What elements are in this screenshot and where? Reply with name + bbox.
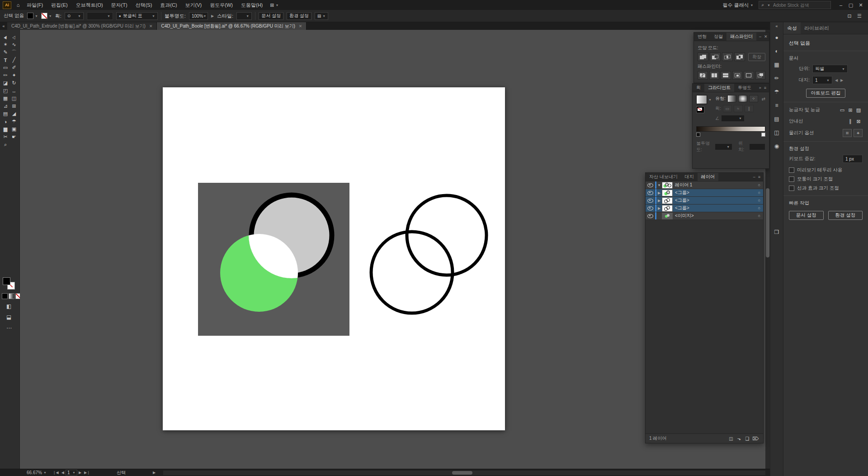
eye-icon[interactable] <box>647 191 653 195</box>
tab-stroke[interactable]: 획 <box>693 84 704 92</box>
units-dropdown[interactable]: 픽셀 ▼ <box>812 65 848 73</box>
layer-row[interactable]: ▼ 레이어 1 ○ <box>646 181 763 189</box>
visibility-cell[interactable] <box>646 212 655 219</box>
minus-back-icon[interactable] <box>755 71 766 80</box>
hand-tool[interactable]: ☛ <box>10 133 19 140</box>
menu-effect[interactable]: 효과(C) <box>156 2 180 9</box>
show-guides-icon[interactable]: ∥ <box>846 118 854 125</box>
transparency-panel-icon[interactable]: ◫ <box>772 128 781 137</box>
stock-search[interactable]: ⌕▼ <box>759 1 831 9</box>
layer-name[interactable]: <그룹> <box>675 190 689 196</box>
panel-menu-icon[interactable]: ≡ <box>764 86 766 90</box>
arrange-documents-icon[interactable]: ⊞▼ <box>270 2 278 8</box>
visibility-cell[interactable] <box>646 181 655 189</box>
document-setup-button[interactable]: 문서 설정 <box>259 12 283 20</box>
tab-align[interactable]: 정렬 <box>710 33 726 41</box>
fill-proxy-swatch[interactable] <box>3 277 10 285</box>
merge-icon[interactable] <box>721 71 731 80</box>
stroke-swatch[interactable] <box>41 13 47 19</box>
new-sublayer-icon[interactable]: ⬎ <box>735 436 743 441</box>
quick-preferences-button[interactable]: 환경 설정 <box>828 211 863 220</box>
color-guide-panel-icon[interactable]: ◐ <box>772 47 781 56</box>
eye-icon[interactable] <box>647 214 653 218</box>
menu-object[interactable]: 오브젝트(O) <box>72 2 107 9</box>
close-tab-icon[interactable]: ✕ <box>299 24 302 29</box>
lasso-tool[interactable]: ∿ <box>10 41 19 48</box>
scale-strokes-effects-checkbox[interactable]: 선과 효과 크기 조절 <box>789 185 863 191</box>
brushes-panel-icon[interactable]: ✏ <box>772 74 781 83</box>
first-artboard-icon[interactable]: ❘◀ <box>53 471 59 475</box>
close-tab-icon[interactable]: ✕ <box>149 24 153 29</box>
collapse-to-icons-icon[interactable]: » <box>759 86 761 90</box>
visibility-cell[interactable] <box>646 197 655 204</box>
color-panel-icon[interactable]: ● <box>772 33 781 42</box>
line-segment-tool[interactable]: ╱ <box>10 57 19 63</box>
artboard-tool[interactable]: ▣ <box>10 126 19 133</box>
slice-tool[interactable]: ✂ <box>1 133 10 140</box>
divide-icon[interactable] <box>698 71 708 80</box>
stroke-color-dropdown[interactable]: ▼ <box>41 13 52 19</box>
tab-transform[interactable]: 변형 <box>694 33 710 41</box>
delete-layer-icon[interactable]: ⌦ <box>751 436 760 441</box>
symbols-panel-icon[interactable]: ☂ <box>772 87 781 96</box>
minus-front-icon[interactable] <box>710 52 721 61</box>
layer-name[interactable]: <그룹> <box>675 205 689 211</box>
menu-file[interactable]: 파일(F) <box>23 2 47 9</box>
checkbox-icon[interactable] <box>789 176 794 182</box>
expand-dock-icon[interactable]: « <box>775 24 778 29</box>
ruler-icon[interactable]: ▭ <box>838 106 846 114</box>
document-tab[interactable]: C4D_UI_Path_Extrude [변환됨].ai* @ 300% (RG… <box>7 22 157 30</box>
rectangle-tool[interactable]: ▭ <box>1 64 10 71</box>
gradient-button[interactable] <box>9 293 14 299</box>
status-expand-icon[interactable]: ▶ <box>153 471 156 475</box>
stroke-weight-dropdown[interactable]: ⊙▼ <box>65 12 84 20</box>
layer-row[interactable]: ▶ <그룹> ○ <box>646 197 763 205</box>
symbol-sprayer-tool[interactable]: ☂ <box>10 118 19 125</box>
gradient-tool[interactable]: ▤ <box>1 110 10 117</box>
menu-help[interactable]: 도움말(H) <box>237 2 266 9</box>
target-circle-icon[interactable]: ○ <box>758 206 760 210</box>
fill-color-dropdown[interactable]: ▼ <box>27 13 38 19</box>
document-tab-active[interactable]: C4D_UI_Path_Boole [변환됨].ai* @ 66.67% (RG… <box>157 22 307 30</box>
expand-button[interactable]: 확장 <box>748 53 765 61</box>
screen-mode-icon[interactable]: ⬓ <box>6 314 11 320</box>
menu-type[interactable]: 문자(T) <box>108 2 131 9</box>
grid-icon[interactable]: ⊞ <box>846 106 854 114</box>
libraries-panel-icon[interactable]: ❒ <box>772 228 781 237</box>
target-circle-icon[interactable]: ○ <box>758 198 760 203</box>
tab-layers[interactable]: 레이어 <box>698 173 718 181</box>
menu-edit[interactable]: 편집(E) <box>47 2 71 9</box>
gradient-stop-left[interactable] <box>696 133 700 137</box>
expand-chevron-icon[interactable]: ▼ <box>656 183 662 187</box>
close-window-icon[interactable]: ✕ <box>856 2 865 8</box>
artboard-dropdown[interactable]: 1 ▼ <box>812 76 832 84</box>
panel-dock-toggle-icon[interactable]: ⊡ <box>844 13 854 19</box>
menu-window[interactable]: 윈도우(W) <box>206 2 236 9</box>
tab-pathfinder[interactable]: 패스파인더 <box>726 33 756 41</box>
stop-location-field[interactable] <box>749 143 765 150</box>
freeform-gradient-icon[interactable]: ⁘ <box>749 95 758 102</box>
target-circle-icon[interactable]: ○ <box>758 214 760 218</box>
make-clip-mask-icon[interactable]: ◫ <box>727 436 735 441</box>
eye-icon[interactable] <box>647 206 653 210</box>
layer-name[interactable]: <그룹> <box>675 197 689 204</box>
collapse-panel-icon[interactable]: – <box>753 175 755 179</box>
next-artboard-icon[interactable]: ▶ <box>79 471 81 475</box>
next-artboard-icon[interactable]: ▶ <box>840 78 843 82</box>
exclude-icon[interactable] <box>734 52 745 61</box>
last-artboard-icon[interactable]: ▶❘ <box>84 471 90 475</box>
draw-mode-icon[interactable]: ◧ <box>6 303 11 309</box>
stroke-panel-icon[interactable]: ≡ <box>772 101 781 110</box>
stop-opacity-dropdown[interactable]: ▼ <box>715 143 732 150</box>
gradient-fill-proxy[interactable]: ▼ <box>696 95 712 104</box>
menu-view[interactable]: 보기(V) <box>182 2 206 9</box>
appearance-panel-icon[interactable]: ◉ <box>772 142 781 151</box>
opacity-value-dropdown[interactable]: 100%▼ <box>189 12 208 20</box>
tab-artboards[interactable]: 대지 <box>681 173 698 181</box>
crop-icon[interactable] <box>732 71 743 80</box>
stroke-across-icon[interactable]: ∥ <box>745 105 754 112</box>
horizontal-scrollbar-thumb[interactable] <box>452 471 472 475</box>
menu-select[interactable]: 선택(S) <box>132 2 156 9</box>
layer-row[interactable]: ▶ <그룹> ○ <box>646 205 763 212</box>
control-extra-dropdown[interactable]: ▤▼ <box>315 12 328 20</box>
